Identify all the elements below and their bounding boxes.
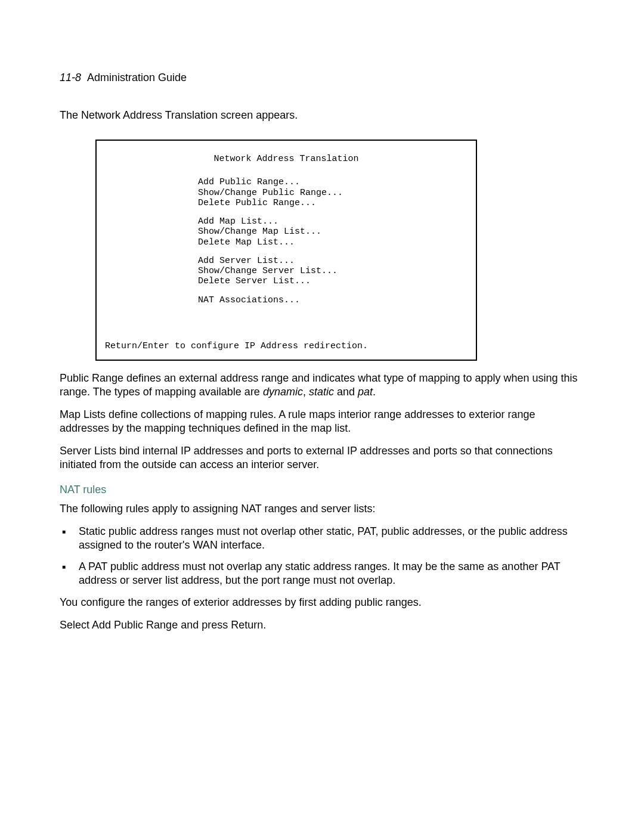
menu-add-public-range: Add Public Range... [198, 177, 470, 187]
paragraph-configure-ranges: You conﬁgure the ranges of exterior addr… [60, 596, 587, 609]
menu-delete-public-range: Delete Public Range... [198, 198, 470, 208]
list-item: A PAT public address must not overlap an… [60, 560, 587, 588]
rule-static: Static public address ranges must not ov… [79, 525, 568, 551]
menu-show-change-server-list: Show/Change Server List... [198, 266, 470, 276]
terminal-group-server-list: Add Server List... Show/Change Server Li… [198, 256, 470, 287]
terminal-group-map-list: Add Map List... Show/Change Map List... … [198, 216, 470, 247]
page-number: 11-8 [60, 72, 81, 83]
guide-title: Administration Guide [87, 72, 187, 83]
menu-show-change-public-range: Show/Change Public Range... [198, 188, 470, 198]
page-header: 11-8 Administration Guide [60, 72, 587, 84]
sep-period: . [373, 386, 376, 398]
terminal-footer-hint: Return/Enter to configure IP Address red… [105, 341, 470, 351]
select-post: and press Return. [178, 619, 266, 631]
menu-add-map-list: Add Map List... [198, 216, 470, 227]
paragraph-select-add-public-range: Select Add Public Range and press Return… [60, 618, 587, 632]
terminal-group-nat-assoc: NAT Associations... [198, 295, 470, 305]
type-dynamic: dynamic [263, 386, 303, 398]
nat-rules-intro: The following rules apply to assigning N… [60, 502, 587, 516]
menu-delete-map-list: Delete Map List... [198, 237, 470, 247]
paragraph-map-lists: Map Lists deﬁne collections of mapping r… [60, 408, 587, 436]
terminal-title: Network Address Translation [103, 154, 470, 164]
list-item: Static public address ranges must not ov… [60, 525, 587, 553]
select-bold: Add Public Range [92, 619, 178, 631]
paragraph-public-range: Public Range deﬁnes an external address … [60, 371, 587, 400]
nat-rules-list: Static public address ranges must not ov… [60, 525, 587, 588]
terminal-screen: Network Address Translation Add Public R… [95, 140, 477, 361]
rule-pat: A PAT public address must not overlap an… [79, 561, 560, 586]
type-static: static [309, 386, 334, 398]
menu-show-change-map-list: Show/Change Map List... [198, 227, 470, 237]
heading-nat-rules: NAT rules [60, 484, 587, 496]
menu-delete-server-list: Delete Server List... [198, 276, 470, 286]
menu-nat-associations: NAT Associations... [198, 295, 470, 305]
sep-comma: , [303, 386, 309, 398]
document-page: 11-8 Administration Guide The Network Ad… [0, 0, 644, 833]
type-pat: pat [358, 386, 373, 398]
intro-text: The Network Address Translation screen a… [60, 109, 587, 122]
terminal-group-public-range: Add Public Range... Show/Change Public R… [198, 177, 470, 208]
menu-add-server-list: Add Server List... [198, 256, 470, 266]
sep-and: and [334, 386, 358, 398]
paragraph-server-lists: Server Lists bind internal IP addresses … [60, 444, 587, 472]
select-pre: Select [60, 619, 92, 631]
